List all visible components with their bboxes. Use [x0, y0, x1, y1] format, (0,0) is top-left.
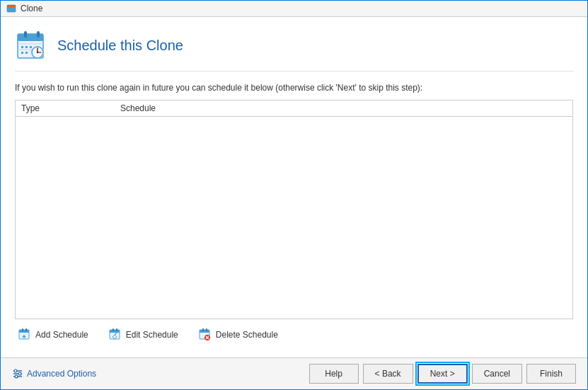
svg-point-37: [14, 369, 17, 372]
svg-rect-17: [25, 52, 28, 54]
edit-schedule-label: Edit Schedule: [126, 330, 178, 340]
calendar-icon: [15, 28, 49, 62]
back-button[interactable]: < Back: [363, 364, 413, 384]
clone-window: Clone: [0, 0, 588, 390]
delete-schedule-label: Delete Schedule: [216, 330, 278, 340]
svg-rect-27: [116, 328, 117, 331]
advanced-options-label: Advanced Options: [27, 369, 96, 379]
svg-rect-13: [21, 46, 23, 48]
advanced-options-icon: [12, 368, 23, 379]
svg-rect-32: [206, 328, 207, 331]
content-area: Schedule this Clone If you wish to run t…: [1, 17, 587, 357]
svg-rect-19: [19, 330, 29, 333]
cancel-button[interactable]: Cancel: [472, 364, 522, 384]
svg-rect-26: [113, 328, 114, 331]
page-title: Schedule this Clone: [57, 38, 183, 54]
svg-rect-16: [21, 52, 23, 54]
svg-rect-30: [200, 330, 209, 333]
col-type-header: Type: [21, 103, 120, 113]
finish-button[interactable]: Finish: [526, 364, 576, 384]
add-schedule-icon: [18, 328, 32, 342]
svg-point-39: [18, 372, 21, 375]
next-button[interactable]: Next >: [417, 364, 468, 384]
svg-rect-4: [24, 31, 27, 38]
schedule-table[interactable]: Type Schedule: [15, 100, 573, 319]
svg-rect-21: [25, 328, 27, 331]
add-schedule-label: Add Schedule: [35, 330, 88, 340]
navigation-buttons: Help < Back Next > Cancel Finish: [309, 364, 576, 384]
delete-schedule-icon: [198, 328, 212, 342]
description-text: If you wish to run this clone again in f…: [15, 83, 573, 93]
table-header: Type Schedule: [16, 101, 572, 117]
help-button[interactable]: Help: [309, 364, 359, 384]
svg-rect-14: [25, 46, 28, 48]
svg-rect-1: [7, 5, 16, 7]
bottom-bar: Advanced Options Help < Back Next > Canc…: [1, 357, 587, 389]
title-bar: Clone: [1, 1, 587, 17]
delete-schedule-button[interactable]: Delete Schedule: [195, 326, 281, 343]
add-schedule-button[interactable]: Add Schedule: [15, 326, 91, 343]
edit-schedule-icon: [108, 328, 122, 342]
svg-point-12: [37, 52, 38, 53]
window-icon: [6, 4, 16, 13]
table-body: [16, 117, 572, 258]
svg-rect-31: [202, 328, 204, 331]
svg-rect-25: [110, 330, 120, 333]
schedule-actions: Add Schedule Edit Schedule: [15, 326, 573, 343]
edit-schedule-button[interactable]: Edit Schedule: [105, 326, 181, 343]
window-title: Clone: [21, 4, 42, 13]
svg-rect-15: [30, 46, 32, 48]
header-section: Schedule this Clone: [15, 28, 573, 71]
svg-point-41: [15, 375, 18, 378]
svg-rect-5: [37, 31, 40, 38]
col-schedule-header: Schedule: [120, 103, 567, 113]
svg-rect-20: [22, 328, 23, 331]
advanced-options-link[interactable]: Advanced Options: [12, 368, 96, 379]
